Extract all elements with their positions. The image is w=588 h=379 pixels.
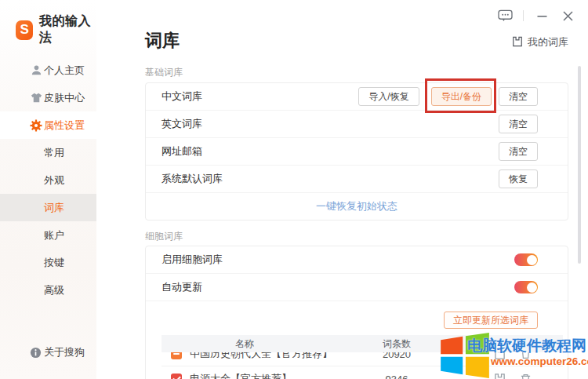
dict-entry-count: 9346 [365,373,428,379]
row-system-default-dict: 系统默认词库 恢复 [146,166,568,193]
sogou-settings-window: S 我的输入法 个人主页 皮肤中心 [0,0,588,379]
restore-button[interactable]: 恢复 [499,169,538,188]
row-english-dict: 英文词库 清空 [146,111,568,138]
sidebar-item-label: 按键 [44,256,64,270]
main-content: 词库 我的词库 基础词库 中文词库 导入/恢复 导出/备份 清空 [96,0,588,379]
my-dictionary-label: 我的词库 [528,35,568,49]
my-dictionary-link[interactable]: 我的词库 [512,35,568,49]
update-selected-button[interactable]: 立即更新所选词库 [444,312,538,329]
delete-icon[interactable] [520,373,532,379]
gear-icon [30,119,42,132]
minimize-icon[interactable] [534,9,550,23]
app-logo: S 我的输入法 [0,0,96,46]
sidebar-item-label: 词库 [44,201,64,215]
sidebar-item-label: 属性设置 [44,118,85,133]
export-backup-button[interactable]: 导出/备份 [431,87,492,106]
download-icon[interactable] [494,373,506,379]
sidebar-item-label: 高级 [44,283,64,297]
sidebar-item-settings[interactable]: 属性设置 [0,111,96,139]
person-icon [30,64,42,77]
shirt-icon [30,92,42,104]
toggle-knob [527,282,537,293]
dict-name: 电源大全【官方推荐】 [190,372,292,379]
sidebar-item-label: 皮肤中心 [44,91,85,105]
reset-link-row: 一键恢复初始状态 [146,193,568,220]
sidebar-item-appearance[interactable]: 外观 [0,166,96,194]
cell-dictionary-card: 启用细胞词库 自动更新 立即更新所选词库 名称 词条数 中国历史朝代大全【官方推… [145,246,568,379]
auto-update-toggle[interactable] [514,281,538,293]
toggle-knob [527,255,537,265]
row-chinese-dict: 中文词库 导入/恢复 导出/备份 清空 [146,83,568,111]
clear-button[interactable]: 清空 [499,142,538,161]
window-controls [497,9,575,23]
sidebar-item-common[interactable]: 常用 [0,139,96,166]
cell-section-label: 细胞词库 [145,230,568,243]
name-column-header: 名称 [221,335,268,352]
sidebar-item-label: 个人主页 [44,64,85,78]
feedback-icon[interactable] [497,9,513,23]
update-button-row: 立即更新所选词库 [146,301,568,333]
sidebar-item-label: 账户 [44,228,64,242]
row-checkbox-checked[interactable] [171,374,182,379]
sidebar: S 我的输入法 个人主页 皮肤中心 [0,0,96,379]
sidebar-item-account[interactable]: 账户 [0,221,96,249]
row-label: 中文词库 [162,89,202,104]
one-click-reset-link[interactable]: 一键恢复初始状态 [316,199,397,213]
sidebar-item-advanced[interactable]: 高级 [0,276,96,304]
info-icon [30,347,42,359]
enable-cell-dict-toggle[interactable] [514,253,538,266]
clear-button[interactable]: 清空 [499,115,538,133]
clear-button[interactable]: 清空 [499,87,538,106]
sogou-logo-icon: S [16,20,33,40]
sidebar-item-label: 常用 [44,146,64,160]
sidebar-item-label: 关于搜狗 [44,345,85,359]
sidebar-item-homepage[interactable]: 个人主页 [0,56,96,84]
page-title: 词库 [145,29,180,53]
sidebar-item-dictionary[interactable]: 词库 [0,194,96,221]
import-restore-button[interactable]: 导入/恢复 [358,87,419,106]
table-header: 名称 词条数 [162,335,563,352]
scrollbar[interactable] [578,66,581,264]
controls-divider [523,10,524,21]
sidebar-item-skin-center[interactable]: 皮肤中心 [0,84,96,111]
sidebar-menu: 个人主页 皮肤中心 [0,56,96,304]
sidebar-item-about[interactable]: 关于搜狗 [0,341,96,363]
bookmark-box-icon [512,36,523,49]
row-label: 自动更新 [162,280,202,294]
row-auto-update: 自动更新 [146,274,568,301]
row-url-email: 网址邮箱 清空 [146,138,568,166]
row-enable-cell-dict: 启用细胞词库 [146,246,568,274]
row-label: 启用细胞词库 [162,253,223,267]
sidebar-item-keys[interactable]: 按键 [0,249,96,276]
table-row[interactable]: 电源大全【官方推荐】 9346 [162,366,563,379]
count-column-header: 词条数 [373,335,420,352]
row-label: 系统默认词库 [162,172,223,186]
row-label: 英文词库 [162,117,202,131]
app-title: 我的输入法 [39,13,96,46]
sidebar-item-label: 外观 [44,173,64,188]
close-icon[interactable] [560,9,575,23]
basic-section-label: 基础词库 [145,66,568,79]
basic-dictionary-card: 中文词库 导入/恢复 导出/备份 清空 英文词库 清空 网址邮箱 [145,82,568,220]
row-label: 网址邮箱 [162,144,202,159]
cell-dictionary-table: 名称 词条数 中国历史朝代大全【官方推荐】 20920 [162,335,563,379]
